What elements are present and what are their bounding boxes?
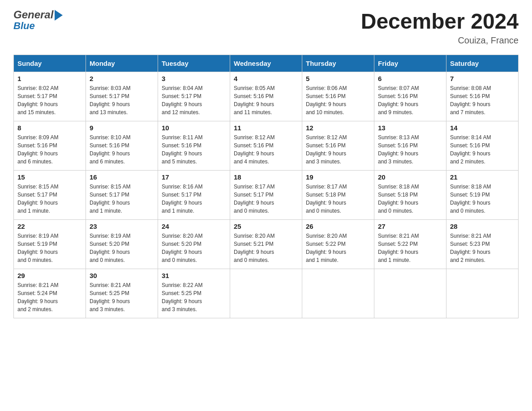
day-number: 5 [306, 75, 370, 82]
day-info: Sunrise: 8:05 AM Sunset: 5:16 PM Dayligh… [234, 84, 298, 116]
header-sunday: Sunday [14, 55, 86, 72]
calendar-cell: 26 Sunrise: 8:20 AM Sunset: 5:22 PM Dayl… [302, 220, 374, 269]
day-info: Sunrise: 8:20 AM Sunset: 5:22 PM Dayligh… [306, 232, 370, 264]
day-info: Sunrise: 8:22 AM Sunset: 5:25 PM Dayligh… [162, 281, 226, 313]
calendar-cell: 13 Sunrise: 8:13 AM Sunset: 5:16 PM Dayl… [374, 121, 446, 171]
calendar-cell: 6 Sunrise: 8:07 AM Sunset: 5:16 PM Dayli… [374, 72, 446, 121]
day-info: Sunrise: 8:03 AM Sunset: 5:17 PM Dayligh… [90, 84, 154, 116]
day-number: 18 [234, 173, 298, 181]
day-number: 22 [17, 223, 82, 230]
calendar-cell: 21 Sunrise: 8:18 AM Sunset: 5:19 PM Dayl… [446, 171, 519, 220]
calendar-cell: 25 Sunrise: 8:20 AM Sunset: 5:21 PM Dayl… [230, 220, 302, 269]
day-number: 30 [90, 272, 154, 279]
calendar-cell: 24 Sunrise: 8:20 AM Sunset: 5:20 PM Dayl… [158, 220, 230, 269]
day-info: Sunrise: 8:17 AM Sunset: 5:17 PM Dayligh… [234, 183, 298, 215]
calendar-cell: 4 Sunrise: 8:05 AM Sunset: 5:16 PM Dayli… [230, 72, 302, 121]
calendar-cell: 15 Sunrise: 8:15 AM Sunset: 5:17 PM Dayl… [14, 171, 86, 220]
day-info: Sunrise: 8:04 AM Sunset: 5:17 PM Dayligh… [162, 84, 226, 116]
day-number: 17 [162, 173, 226, 181]
day-number: 6 [378, 75, 442, 82]
day-info: Sunrise: 8:12 AM Sunset: 5:16 PM Dayligh… [234, 133, 298, 166]
logo-general: General [13, 9, 53, 21]
day-info: Sunrise: 8:02 AM Sunset: 5:17 PM Dayligh… [17, 84, 82, 116]
day-info: Sunrise: 8:13 AM Sunset: 5:16 PM Dayligh… [378, 133, 442, 166]
calendar-cell: 16 Sunrise: 8:15 AM Sunset: 5:17 PM Dayl… [86, 171, 158, 220]
calendar-cell: 27 Sunrise: 8:21 AM Sunset: 5:22 PM Dayl… [374, 220, 446, 269]
calendar-cell: 20 Sunrise: 8:18 AM Sunset: 5:18 PM Dayl… [374, 171, 446, 220]
calendar-cell: 18 Sunrise: 8:17 AM Sunset: 5:17 PM Dayl… [230, 171, 302, 220]
day-number: 13 [378, 124, 442, 132]
calendar-cell: 28 Sunrise: 8:21 AM Sunset: 5:23 PM Dayl… [446, 220, 519, 269]
logo-blue: Blue [13, 21, 63, 31]
day-number: 24 [162, 223, 226, 230]
day-number: 11 [234, 124, 298, 132]
header-friday: Friday [374, 55, 446, 72]
day-number: 3 [162, 75, 226, 82]
day-info: Sunrise: 8:20 AM Sunset: 5:21 PM Dayligh… [234, 232, 298, 264]
calendar-cell: 8 Sunrise: 8:09 AM Sunset: 5:16 PM Dayli… [14, 121, 86, 171]
day-number: 21 [450, 173, 515, 181]
calendar-cell: 10 Sunrise: 8:11 AM Sunset: 5:16 PM Dayl… [158, 121, 230, 171]
day-info: Sunrise: 8:19 AM Sunset: 5:19 PM Dayligh… [17, 232, 82, 264]
day-info: Sunrise: 8:15 AM Sunset: 5:17 PM Dayligh… [90, 183, 154, 215]
calendar-cell: 9 Sunrise: 8:10 AM Sunset: 5:16 PM Dayli… [86, 121, 158, 171]
day-info: Sunrise: 8:21 AM Sunset: 5:25 PM Dayligh… [90, 281, 154, 313]
day-number: 4 [234, 75, 298, 82]
calendar-week-3: 15 Sunrise: 8:15 AM Sunset: 5:17 PM Dayl… [14, 171, 519, 220]
day-number: 10 [162, 124, 226, 132]
day-info: Sunrise: 8:17 AM Sunset: 5:18 PM Dayligh… [306, 183, 370, 215]
day-info: Sunrise: 8:18 AM Sunset: 5:19 PM Dayligh… [450, 183, 515, 215]
calendar-cell: 12 Sunrise: 8:12 AM Sunset: 5:16 PM Dayl… [302, 121, 374, 171]
calendar-cell: 14 Sunrise: 8:14 AM Sunset: 5:16 PM Dayl… [446, 121, 519, 171]
day-number: 25 [234, 223, 298, 230]
day-number: 20 [378, 173, 442, 181]
calendar-cell [302, 269, 374, 318]
day-info: Sunrise: 8:21 AM Sunset: 5:23 PM Dayligh… [450, 232, 515, 264]
calendar-cell: 2 Sunrise: 8:03 AM Sunset: 5:17 PM Dayli… [86, 72, 158, 121]
day-info: Sunrise: 8:19 AM Sunset: 5:20 PM Dayligh… [90, 232, 154, 264]
day-info: Sunrise: 8:16 AM Sunset: 5:17 PM Dayligh… [162, 183, 226, 215]
page-header: General Blue December 2024 Couiza, Franc… [13, 9, 519, 46]
day-number: 27 [378, 223, 442, 230]
logo-triangle-icon [55, 10, 63, 21]
day-number: 29 [17, 272, 82, 279]
calendar-header-row: Sunday Monday Tuesday Wednesday Thursday… [14, 55, 519, 72]
day-info: Sunrise: 8:08 AM Sunset: 5:16 PM Dayligh… [450, 84, 515, 116]
day-number: 2 [90, 75, 154, 82]
day-info: Sunrise: 8:06 AM Sunset: 5:16 PM Dayligh… [306, 84, 370, 116]
day-info: Sunrise: 8:15 AM Sunset: 5:17 PM Dayligh… [17, 183, 82, 215]
day-number: 9 [90, 124, 154, 132]
calendar-cell: 31 Sunrise: 8:22 AM Sunset: 5:25 PM Dayl… [158, 269, 230, 318]
day-number: 28 [450, 223, 515, 230]
day-number: 14 [450, 124, 515, 132]
day-info: Sunrise: 8:09 AM Sunset: 5:16 PM Dayligh… [17, 133, 82, 166]
location: Couiza, France [361, 35, 519, 46]
day-number: 7 [450, 75, 515, 82]
day-number: 19 [306, 173, 370, 181]
calendar-week-5: 29 Sunrise: 8:21 AM Sunset: 5:24 PM Dayl… [14, 269, 519, 318]
calendar-cell: 23 Sunrise: 8:19 AM Sunset: 5:20 PM Dayl… [86, 220, 158, 269]
calendar-cell [374, 269, 446, 318]
day-info: Sunrise: 8:21 AM Sunset: 5:22 PM Dayligh… [378, 232, 442, 264]
day-number: 31 [162, 272, 226, 279]
day-info: Sunrise: 8:10 AM Sunset: 5:16 PM Dayligh… [90, 133, 154, 166]
day-info: Sunrise: 8:12 AM Sunset: 5:16 PM Dayligh… [306, 133, 370, 166]
header-wednesday: Wednesday [230, 55, 302, 72]
calendar-week-4: 22 Sunrise: 8:19 AM Sunset: 5:19 PM Dayl… [14, 220, 519, 269]
calendar-cell: 22 Sunrise: 8:19 AM Sunset: 5:19 PM Dayl… [14, 220, 86, 269]
calendar-cell: 29 Sunrise: 8:21 AM Sunset: 5:24 PM Dayl… [14, 269, 86, 318]
calendar-cell [446, 269, 519, 318]
calendar-cell [230, 269, 302, 318]
day-number: 15 [17, 173, 82, 181]
header-tuesday: Tuesday [158, 55, 230, 72]
calendar-cell: 17 Sunrise: 8:16 AM Sunset: 5:17 PM Dayl… [158, 171, 230, 220]
day-number: 26 [306, 223, 370, 230]
logo: General Blue [13, 9, 63, 32]
header-monday: Monday [86, 55, 158, 72]
day-number: 12 [306, 124, 370, 132]
day-info: Sunrise: 8:07 AM Sunset: 5:16 PM Dayligh… [378, 84, 442, 116]
day-info: Sunrise: 8:11 AM Sunset: 5:16 PM Dayligh… [162, 133, 226, 166]
calendar-cell: 30 Sunrise: 8:21 AM Sunset: 5:25 PM Dayl… [86, 269, 158, 318]
title-section: December 2024 Couiza, France [361, 9, 519, 46]
day-info: Sunrise: 8:14 AM Sunset: 5:16 PM Dayligh… [450, 133, 515, 166]
